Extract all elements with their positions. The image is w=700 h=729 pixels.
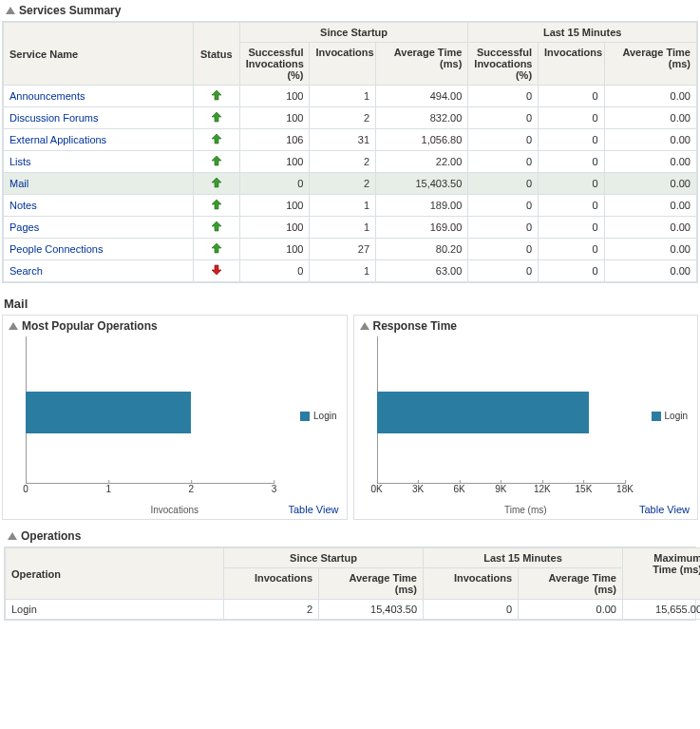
col-status: Status [193,23,239,86]
cell-s-succ: 100 [239,107,310,129]
operations-table: Operation Since Startup Last 15 Minutes … [5,547,700,620]
table-row[interactable]: People Connections1002780.20000.00 [4,239,697,260]
cell-s-succ: 100 [239,151,310,173]
service-link[interactable]: External Applications [4,129,194,151]
cell-l-succ: 0 [468,260,539,282]
cell-l-inv: 0 [539,129,605,151]
chart-bar-login [377,392,590,433]
cell-l-inv: 0 [539,195,605,217]
cell-s-avg: 15,403.50 [319,600,424,620]
service-link[interactable]: People Connections [4,239,194,260]
services-summary-panel: Service Name Status Since Startup Last 1… [2,21,698,283]
arrow-up-icon [211,111,222,123]
cell-s-succ: 100 [239,217,310,239]
collapse-toggle-icon[interactable] [8,532,17,540]
cell-l-inv: 0 [424,600,519,620]
service-link[interactable]: Notes [4,195,194,217]
table-row[interactable]: Pages1001169.00000.00 [4,217,697,239]
cell-l-inv: 0 [539,86,605,107]
cell-s-avg: 80.20 [376,239,468,260]
collapse-toggle-icon[interactable] [9,322,18,330]
op-name: Login [6,600,224,620]
arrow-up-icon [211,155,222,166]
table-view-link[interactable]: Table View [289,504,339,515]
legend-swatch-icon [300,412,310,421]
axis-tick: 18K [616,484,634,494]
table-view-link[interactable]: Table View [639,504,690,515]
table-row[interactable]: Notes1001189.00000.00 [4,195,697,217]
chart-legend: Login [652,411,688,421]
col-service-name: Service Name [4,23,194,86]
table-row[interactable]: Discussion Forums1002832.00000.00 [4,107,697,129]
detail-heading: Mail [0,289,700,315]
axis-tick: 15K [576,484,593,494]
cell-s-succ: 0 [239,260,310,282]
axis-tick: 0 [23,484,28,494]
col-last15-avg: Average Time (ms) [604,43,696,86]
col-group-startup: Since Startup [224,548,424,568]
chart-bar-login [26,392,191,433]
chart-response-panel: Response Time Login 0K3K6K9K12K15K18K Ti… [353,315,699,520]
service-link[interactable]: Pages [4,217,194,239]
arrow-up-icon [211,133,222,144]
cell-l-succ: 0 [468,86,539,107]
cell-s-succ: 100 [239,195,310,217]
cell-s-succ: 100 [239,239,310,260]
cell-s-avg: 494.00 [376,86,468,107]
table-row[interactable]: External Applications106311,056.80000.00 [4,129,697,151]
axis-tick: 3K [412,484,424,494]
arrow-down-icon [211,264,222,276]
col-ops-s-avg: Average Time (ms) [319,568,424,600]
table-row[interactable]: Lists100222.00000.00 [4,151,697,173]
legend-swatch-icon [652,412,661,421]
axis-tick: 0K [370,484,382,494]
cell-l-inv: 0 [539,239,605,260]
cell-l-inv: 0 [539,151,605,173]
axis-tick: 6K [454,484,465,494]
cell-l-succ: 0 [468,239,539,260]
status-cell [193,217,239,239]
arrow-up-icon [211,221,222,232]
table-row[interactable]: Search0163.00000.00 [4,260,697,282]
status-cell [193,195,239,217]
cell-l-inv: 0 [539,107,605,129]
service-link[interactable]: Discussion Forums [4,107,194,129]
table-row[interactable]: Mail0215,403.50000.00 [4,173,697,195]
service-link[interactable]: Lists [4,151,194,173]
arrow-up-icon [211,242,222,254]
cell-s-inv: 1 [310,260,376,282]
service-link[interactable]: Announcements [4,86,194,107]
chart-ticks: 0123 [26,484,274,503]
col-last15-succ: Successful Invocations (%) [468,43,539,86]
col-group-startup: Since Startup [239,23,468,43]
cell-s-inv: 2 [310,173,376,195]
cell-s-succ: 100 [239,86,310,107]
cell-s-avg: 1,056.80 [376,129,468,151]
table-row[interactable]: Login215,403.5000.0015,655.00 [6,600,701,620]
cell-s-inv: 2 [310,107,376,129]
cell-l-succ: 0 [468,151,539,173]
cell-l-succ: 0 [468,173,539,195]
col-max: Maximum Time (ms) [623,548,701,600]
cell-l-avg: 0.00 [604,173,696,195]
cell-s-inv: 1 [310,217,376,239]
cell-l-succ: 0 [468,129,539,151]
chart-popular-area: Login 0123 [9,336,341,503]
cell-l-succ: 0 [468,217,539,239]
cell-l-avg: 0.00 [519,600,623,620]
cell-l-avg: 0.00 [604,129,696,151]
col-ops-l-avg: Average Time (ms) [519,568,623,600]
collapse-toggle-icon[interactable] [6,7,15,14]
collapse-toggle-icon[interactable] [360,322,369,330]
service-link[interactable]: Search [4,260,194,282]
chart-response-title: Response Time [373,319,457,333]
col-group-last15: Last 15 Minutes [468,23,697,43]
table-row[interactable]: Announcements1001494.00000.00 [4,86,697,107]
col-startup-succ: Successful Invocations (%) [239,43,310,86]
legend-label: Login [665,411,688,421]
cell-s-inv: 31 [310,129,376,151]
cell-max: 15,655.00 [623,600,701,620]
operations-panel: Operation Since Startup Last 15 Minutes … [4,547,696,621]
cell-s-inv: 27 [310,239,376,260]
service-link[interactable]: Mail [4,173,194,195]
